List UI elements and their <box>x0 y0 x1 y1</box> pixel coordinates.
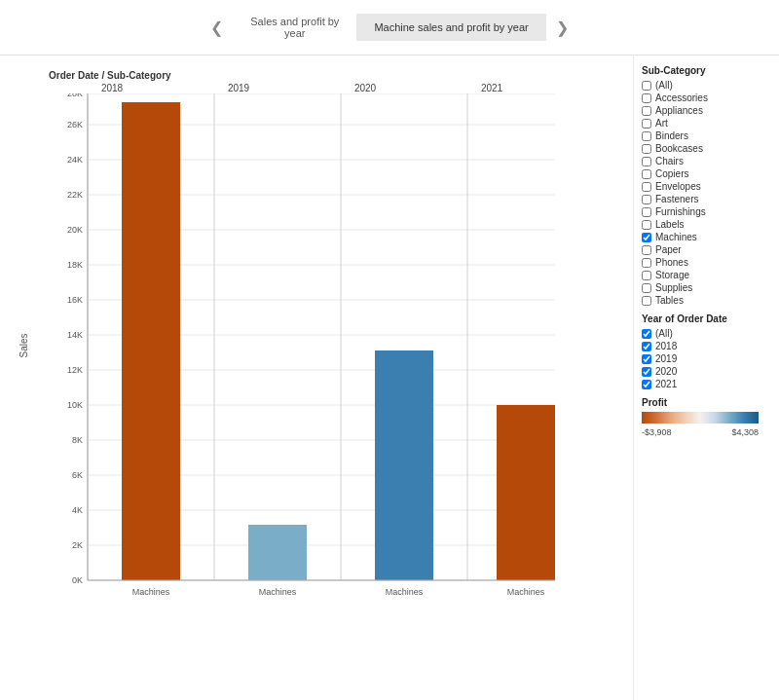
filter-envelopes-checkbox[interactable] <box>642 182 651 192</box>
chart-area: Sales Order Date / Sub-Category 2018 201… <box>0 55 633 700</box>
filter-binders[interactable]: Binders <box>642 130 771 141</box>
filter-phones-label: Phones <box>655 257 688 268</box>
filter-year-all[interactable]: (All) <box>642 328 771 339</box>
filter-year-2020[interactable]: 2020 <box>642 366 771 377</box>
filter-year-2019[interactable]: 2019 <box>642 353 771 364</box>
filter-accessories-checkbox[interactable] <box>642 93 651 103</box>
filter-fasteners-label: Fasteners <box>655 194 698 204</box>
filter-appliances-checkbox[interactable] <box>642 106 651 116</box>
svg-text:Machines: Machines <box>386 587 424 597</box>
year-header-2018: 2018 <box>49 83 175 93</box>
filter-appliances-label: Appliances <box>655 105 703 116</box>
filter-furnishings[interactable]: Furnishings <box>642 206 771 217</box>
filter-all[interactable]: (All) <box>642 80 771 91</box>
filter-labels-checkbox[interactable] <box>642 220 651 230</box>
filter-envelopes[interactable]: Envelopes <box>642 181 771 192</box>
profit-scale-labels: -$3,908 $4,308 <box>642 427 759 437</box>
filter-year-2020-checkbox[interactable] <box>642 367 651 377</box>
filter-machines[interactable]: Machines <box>642 232 771 242</box>
bar-2018-machines <box>122 102 180 580</box>
year-header-2020: 2020 <box>302 83 428 93</box>
svg-text:Machines: Machines <box>507 587 545 597</box>
profit-min-label: -$3,908 <box>642 427 672 437</box>
filter-art[interactable]: Art <box>642 118 771 129</box>
svg-text:4K: 4K <box>72 505 83 515</box>
filter-copiers-label: Copiers <box>655 168 688 179</box>
filter-supplies-checkbox[interactable] <box>642 283 651 293</box>
filter-phones[interactable]: Phones <box>642 257 771 268</box>
sub-category-title: Sub-Category <box>642 65 771 76</box>
filter-accessories[interactable]: Accessories <box>642 92 771 103</box>
filter-labels[interactable]: Labels <box>642 219 771 230</box>
svg-text:2K: 2K <box>72 540 83 550</box>
svg-text:28K: 28K <box>67 93 83 98</box>
filter-chairs[interactable]: Chairs <box>642 156 771 166</box>
y-axis-label: Sales <box>19 333 29 357</box>
filter-binders-checkbox[interactable] <box>642 131 651 141</box>
filter-year-all-label: (All) <box>655 328 673 339</box>
svg-text:0K: 0K <box>72 575 83 585</box>
filter-phones-checkbox[interactable] <box>642 258 651 268</box>
filter-year-2018-checkbox[interactable] <box>642 342 651 351</box>
filter-year-2021-label: 2021 <box>655 379 677 389</box>
filter-year-2020-label: 2020 <box>655 366 677 377</box>
svg-text:20K: 20K <box>67 225 83 235</box>
filter-chairs-checkbox[interactable] <box>642 157 651 166</box>
next-nav-arrow[interactable]: ❯ <box>546 15 578 41</box>
filter-appliances[interactable]: Appliances <box>642 105 771 116</box>
year-header-2019: 2019 <box>175 83 302 93</box>
filter-bookcases-label: Bookcases <box>655 143 703 154</box>
filter-year-2021-checkbox[interactable] <box>642 380 651 389</box>
sub-category-filters: (All) Accessories Appliances Art Binders… <box>642 80 771 306</box>
filter-all-checkbox[interactable] <box>642 81 651 91</box>
svg-text:12K: 12K <box>67 365 83 375</box>
filter-tables-label: Tables <box>655 295 684 306</box>
filter-furnishings-checkbox[interactable] <box>642 207 651 217</box>
filter-copiers[interactable]: Copiers <box>642 168 771 179</box>
profit-max-label: $4,308 <box>731 427 759 437</box>
filter-art-label: Art <box>655 118 668 129</box>
tab-sales-profit[interactable]: Sales and profit byyear <box>233 8 356 47</box>
svg-text:22K: 22K <box>67 190 83 200</box>
filter-bookcases-checkbox[interactable] <box>642 144 651 154</box>
filter-storage-label: Storage <box>655 270 689 280</box>
svg-text:Machines: Machines <box>259 587 297 597</box>
filter-paper-label: Paper <box>655 244 682 255</box>
filter-all-label: (All) <box>655 80 673 91</box>
filter-envelopes-label: Envelopes <box>655 181 701 192</box>
year-filter-title: Year of Order Date <box>642 313 771 324</box>
tab-machine-sales[interactable]: Machine sales and profit by year <box>356 14 545 41</box>
filter-machines-checkbox[interactable] <box>642 233 651 242</box>
year-filters: (All) 2018 2019 2020 2021 <box>642 328 771 389</box>
svg-text:Machines: Machines <box>132 587 170 597</box>
filter-art-checkbox[interactable] <box>642 119 651 129</box>
filter-year-2018-label: 2018 <box>655 341 677 351</box>
bar-2020-machines <box>375 350 433 580</box>
filter-paper[interactable]: Paper <box>642 244 771 255</box>
filter-bookcases[interactable]: Bookcases <box>642 143 771 154</box>
filter-tables[interactable]: Tables <box>642 295 771 306</box>
filter-accessories-label: Accessories <box>655 92 708 103</box>
filter-copiers-checkbox[interactable] <box>642 169 651 179</box>
filter-year-2019-label: 2019 <box>655 353 677 364</box>
sidebar-filters: Sub-Category (All) Accessories Appliance… <box>633 55 779 700</box>
svg-text:6K: 6K <box>72 470 83 480</box>
filter-chairs-label: Chairs <box>655 156 684 166</box>
filter-paper-checkbox[interactable] <box>642 245 651 255</box>
prev-nav-arrow[interactable]: ❮ <box>201 15 233 41</box>
filter-storage-checkbox[interactable] <box>642 271 651 280</box>
filter-year-2021[interactable]: 2021 <box>642 379 771 389</box>
filter-year-all-checkbox[interactable] <box>642 329 651 339</box>
filter-machines-label: Machines <box>655 232 697 242</box>
filter-supplies[interactable]: Supplies <box>642 282 771 293</box>
svg-text:16K: 16K <box>67 295 83 305</box>
filter-fasteners[interactable]: Fasteners <box>642 194 771 204</box>
filter-year-2018[interactable]: 2018 <box>642 341 771 351</box>
filter-fasteners-checkbox[interactable] <box>642 195 651 204</box>
filter-tables-checkbox[interactable] <box>642 296 651 306</box>
filter-storage[interactable]: Storage <box>642 270 771 280</box>
svg-text:10K: 10K <box>67 400 83 410</box>
filter-year-2019-checkbox[interactable] <box>642 354 651 364</box>
svg-text:26K: 26K <box>67 120 83 129</box>
svg-text:24K: 24K <box>67 155 83 165</box>
